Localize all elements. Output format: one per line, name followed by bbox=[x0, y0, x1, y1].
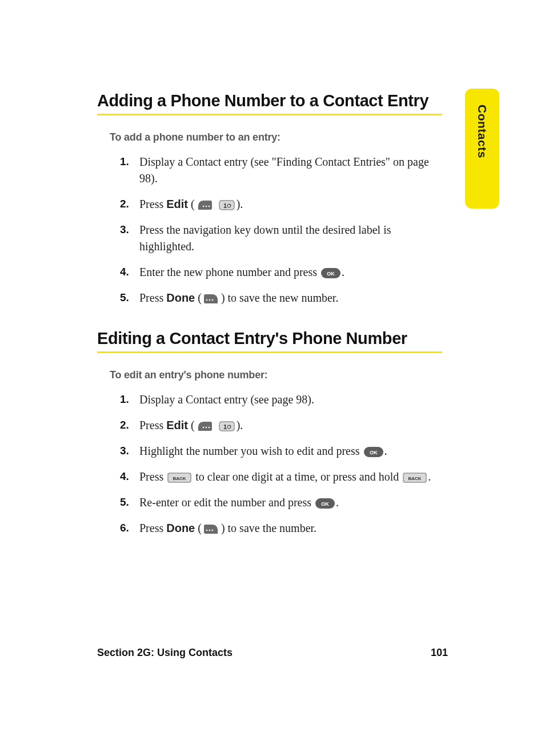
side-tab: Contacts bbox=[465, 89, 499, 209]
footer-section-label: Section 2G: Using Contacts bbox=[97, 647, 233, 659]
footer-page-number: 101 bbox=[431, 647, 448, 659]
section2-steps: 1. Display a Contact entry (see page 98)… bbox=[97, 391, 442, 537]
svg-point-1 bbox=[205, 206, 207, 207]
svg-text:1: 1 bbox=[223, 202, 227, 209]
back-button-icon: BACK bbox=[403, 473, 427, 483]
step-bold: Edit bbox=[166, 419, 188, 431]
step-number: 3. bbox=[120, 222, 129, 238]
step-text: . bbox=[342, 266, 344, 278]
step-bold: Done bbox=[166, 291, 195, 304]
step: 5. Press Done () to save the new number. bbox=[120, 290, 442, 306]
step-text: Enter the new phone number and press bbox=[139, 266, 320, 278]
step-text: ) to save the new number. bbox=[221, 291, 339, 304]
svg-point-11 bbox=[212, 299, 214, 301]
softkey-right-icon bbox=[203, 293, 220, 305]
svg-point-13 bbox=[205, 427, 207, 429]
svg-point-30 bbox=[209, 530, 211, 531]
step: 3. Press the navigation key down until t… bbox=[120, 222, 442, 255]
step-text: ( bbox=[195, 522, 202, 534]
svg-point-14 bbox=[208, 427, 210, 429]
step-number: 4. bbox=[120, 469, 129, 485]
step-text: Re-enter or edit the number and press bbox=[139, 496, 314, 509]
svg-point-31 bbox=[212, 530, 214, 531]
step-number: 6. bbox=[120, 520, 129, 536]
svg-text:BACK: BACK bbox=[408, 476, 422, 481]
step-text: ( bbox=[195, 291, 202, 304]
svg-point-2 bbox=[208, 206, 210, 207]
step-text: Press bbox=[139, 291, 166, 304]
step-text: . bbox=[384, 445, 387, 457]
heading-rule bbox=[97, 351, 442, 353]
section1-heading: Adding a Phone Number to a Contact Entry bbox=[97, 91, 442, 110]
document-page: Contacts Adding a Phone Number to a Cont… bbox=[0, 0, 545, 756]
step-text: ( bbox=[188, 419, 195, 431]
step: 3. Highlight the number you wish to edit… bbox=[120, 443, 442, 459]
step-number: 4. bbox=[120, 264, 129, 280]
step: 5. Re-enter or edit the number and press… bbox=[120, 494, 442, 511]
svg-text:BACK: BACK bbox=[173, 476, 186, 481]
svg-point-12 bbox=[202, 427, 204, 429]
ok-button-icon: OK bbox=[321, 268, 340, 278]
section2-intro: To edit an entry's phone number: bbox=[110, 369, 442, 381]
svg-text:OK: OK bbox=[327, 271, 335, 277]
step-text: Display a Contact entry (see page 98). bbox=[139, 393, 314, 406]
section1-intro: To add a phone number to an entry: bbox=[110, 131, 442, 143]
step-text: Press bbox=[139, 419, 166, 431]
step-text: ). bbox=[237, 198, 243, 210]
step-number: 3. bbox=[120, 443, 129, 459]
section1-steps: 1. Display a Contact entry (see "Finding… bbox=[97, 154, 442, 306]
svg-point-9 bbox=[206, 299, 208, 301]
step-number: 5. bbox=[120, 290, 129, 306]
step-text: . bbox=[428, 470, 431, 483]
svg-point-29 bbox=[206, 530, 208, 531]
step-text: ( bbox=[188, 198, 195, 210]
step-text: Press the navigation key down until the … bbox=[139, 223, 391, 253]
key-1-icon: 1 bbox=[218, 421, 235, 432]
step: 1. Display a Contact entry (see "Finding… bbox=[120, 154, 442, 187]
step-text: Highlight the number you wish to edit an… bbox=[139, 445, 363, 457]
page-footer: Section 2G: Using Contacts 101 bbox=[97, 647, 448, 659]
step-text: Press bbox=[139, 470, 166, 483]
step: 1. Display a Contact entry (see page 98)… bbox=[120, 391, 442, 408]
section2: Editing a Contact Entry's Phone Number T… bbox=[97, 329, 442, 537]
svg-point-0 bbox=[202, 206, 204, 207]
step: 4. Press BACK to clear one digit at a ti… bbox=[120, 469, 442, 485]
key-1-icon: 1 bbox=[218, 199, 235, 211]
step: 2. Press Edit ( 1). bbox=[120, 196, 442, 213]
ok-button-icon: OK bbox=[315, 498, 335, 509]
step: 4. Enter the new phone number and press … bbox=[120, 264, 442, 281]
step-bold: Done bbox=[166, 522, 195, 534]
section2-heading: Editing a Contact Entry's Phone Number bbox=[97, 329, 442, 348]
softkey-left-icon bbox=[196, 421, 213, 432]
softkey-left-icon bbox=[196, 199, 213, 211]
step-text: . bbox=[336, 496, 339, 509]
softkey-right-icon bbox=[203, 523, 220, 535]
ok-button-icon: OK bbox=[364, 447, 383, 457]
step: 2. Press Edit ( 1). bbox=[120, 417, 442, 434]
step-number: 5. bbox=[120, 494, 129, 510]
side-tab-label: Contacts bbox=[475, 105, 489, 158]
svg-text:1: 1 bbox=[223, 423, 227, 430]
step-text: Display a Contact entry (see "Finding Co… bbox=[139, 155, 429, 185]
step-number: 1. bbox=[120, 391, 129, 407]
step: 6. Press Done () to save the number. bbox=[120, 520, 442, 537]
step-text: ). bbox=[237, 419, 243, 431]
step-text: Press bbox=[139, 198, 166, 210]
step-number: 2. bbox=[120, 417, 129, 433]
svg-point-10 bbox=[209, 299, 211, 301]
step-text: ) to save the number. bbox=[221, 522, 316, 534]
step-number: 1. bbox=[120, 154, 129, 170]
step-text: Press bbox=[139, 522, 166, 534]
back-button-icon: BACK bbox=[167, 473, 191, 483]
svg-text:OK: OK bbox=[370, 450, 378, 455]
step-bold: Edit bbox=[166, 198, 188, 210]
step-text: to clear one digit at a time, or press a… bbox=[193, 470, 402, 483]
step-number: 2. bbox=[120, 196, 129, 212]
heading-rule bbox=[97, 114, 442, 115]
svg-text:OK: OK bbox=[321, 501, 329, 507]
